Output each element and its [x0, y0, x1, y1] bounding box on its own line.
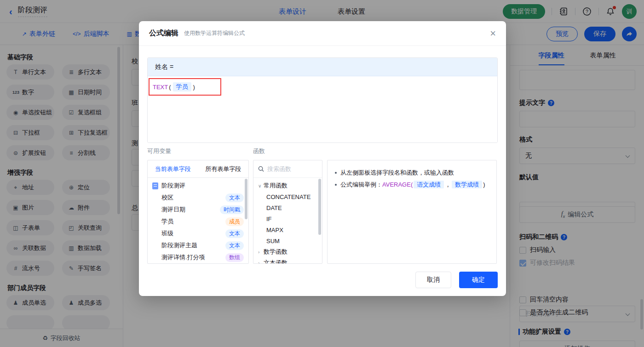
variables-panel-label: 可用变量 — [147, 147, 171, 155]
example-field-chip: 数学成绩 — [452, 181, 482, 188]
variable-row[interactable]: 测评详情.打分项数组 — [148, 251, 248, 263]
help-tip-2: 公式编辑举例：AVERAGE(语文成绩，数学成绩) — [335, 179, 489, 191]
formula-input-area[interactable]: TEXT(学员) — [148, 76, 497, 142]
form-file-icon — [152, 182, 158, 189]
help-tip-1: 从左侧面板选择字段名和函数，或输入函数 — [335, 167, 489, 179]
cancel-button[interactable]: 取消 — [415, 272, 451, 288]
bullet-dot — [335, 184, 337, 186]
close-icon[interactable]: × — [490, 28, 496, 39]
variable-root-row[interactable]: 阶段测评 — [148, 180, 248, 192]
function-item[interactable]: CONCATENATE — [253, 191, 322, 202]
variable-row[interactable]: 学员成员 — [148, 216, 248, 228]
type-badge: 成员 — [225, 217, 244, 226]
functions-panel-label: 函数 — [253, 147, 265, 155]
function-group-math[interactable]: ›数学函数 — [253, 246, 322, 257]
formula-help-panel: 从左侧面板选择字段名和函数，或输入函数 公式编辑举例：AVERAGE(语文成绩，… — [327, 160, 497, 264]
function-keyword: TEXT — [153, 84, 168, 91]
variables-list: 阶段测评 校区文本 测评日期时间戳 学员成员 班级文本 阶段测评主题文本 测评详… — [148, 178, 248, 263]
bullet-dot — [335, 172, 337, 174]
variable-row[interactable]: 测评日期时间戳 — [148, 204, 248, 216]
variables-panel: 当前表单字段 所有表单字段 阶段测评 校区文本 测评日期时间戳 学员成员 班级文… — [147, 160, 249, 264]
function-tree: ∨常用函数 CONCATENATE DATE IF MAPX SUM ›数学函数… — [253, 178, 322, 264]
formula-editor-box: 姓名 = TEXT(学员) — [147, 57, 498, 143]
type-badge: 数组 — [225, 253, 244, 262]
search-icon — [258, 166, 264, 172]
functions-panel: ∨常用函数 CONCATENATE DATE IF MAPX SUM ›数学函数… — [253, 160, 322, 264]
chevron-expanded-icon: ∨ — [258, 183, 264, 188]
field-chip-student[interactable]: 学员 — [173, 82, 191, 91]
function-item[interactable]: MAPX — [253, 224, 322, 235]
annotation-red-box: TEXT(学员) — [149, 78, 221, 96]
variable-row[interactable]: 阶段测评主题文本 — [148, 239, 248, 251]
variable-row[interactable]: 班级文本 — [148, 228, 248, 239]
formula-editor-modal: 公式编辑 使用数学运算符编辑公式 × 姓名 = TEXT(学员) 可用变量 函数… — [139, 21, 506, 296]
modal-header: 公式编辑 使用数学运算符编辑公式 × — [139, 21, 506, 46]
chevron-collapsed-icon: › — [258, 250, 264, 255]
variables-scrollbar[interactable] — [245, 179, 247, 219]
function-item[interactable]: DATE — [253, 202, 322, 213]
functions-scrollbar[interactable] — [318, 179, 321, 235]
type-badge: 文本 — [225, 193, 244, 202]
type-badge: 文本 — [225, 229, 244, 238]
function-search-input[interactable] — [267, 165, 313, 172]
function-group-common[interactable]: ∨常用函数 — [253, 180, 322, 191]
modal-title: 公式编辑 — [149, 28, 178, 38]
example-function-keyword: AVERAGE( — [382, 181, 413, 188]
type-badge: 时间戳 — [220, 205, 244, 214]
type-badge: 文本 — [225, 241, 244, 250]
variables-tabs: 当前表单字段 所有表单字段 — [148, 160, 248, 178]
chevron-collapsed-icon: › — [258, 261, 264, 264]
tab-current-form-fields[interactable]: 当前表单字段 — [155, 165, 191, 173]
function-item[interactable]: IF — [253, 213, 322, 224]
formula-expression[interactable]: TEXT(学员) — [153, 82, 195, 91]
function-group-text[interactable]: ›文本函数 — [253, 257, 322, 264]
function-item[interactable]: SUM — [253, 235, 322, 246]
confirm-button[interactable]: 确定 — [459, 272, 498, 288]
formula-target-field: 姓名 = — [148, 58, 497, 76]
example-field-chip: 语文成绩 — [414, 181, 444, 188]
tab-all-form-fields[interactable]: 所有表单字段 — [205, 165, 241, 173]
function-search — [253, 160, 322, 178]
modal-subtitle: 使用数学运算符编辑公式 — [184, 29, 245, 37]
variable-row[interactable]: 校区文本 — [148, 192, 248, 204]
